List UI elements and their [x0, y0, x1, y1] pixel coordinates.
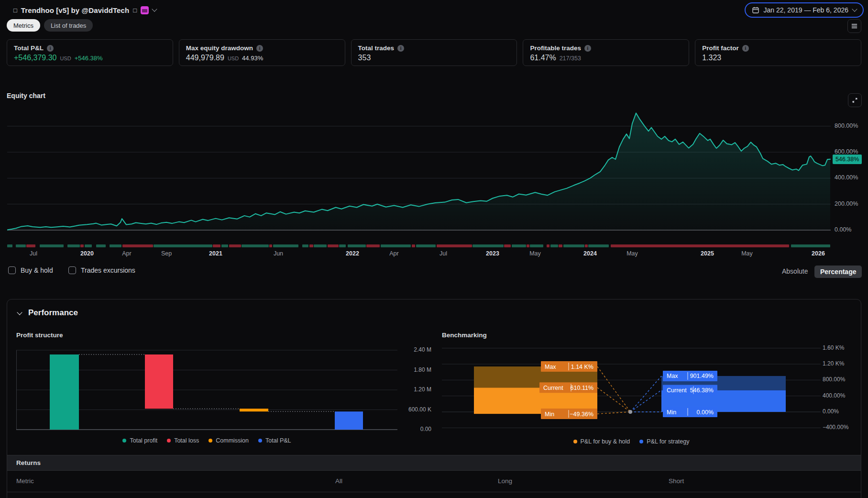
- trade-strip-segment: [381, 244, 411, 247]
- svg-text:1.14 K%: 1.14 K%: [571, 364, 593, 370]
- metric-label-text: Total P&L: [14, 44, 44, 52]
- info-icon[interactable]: [256, 45, 263, 52]
- benchmark-y-tick: −400.00%: [823, 424, 848, 431]
- returns-column-long[interactable]: Long: [498, 477, 512, 485]
- equity-line-chart[interactable]: [7, 100, 831, 231]
- svg-text:Current: Current: [667, 387, 687, 394]
- percentage-mode-button[interactable]: Percentage: [814, 266, 862, 278]
- metric-value-part: 1.323: [702, 54, 721, 62]
- equity-x-tick: Jul: [20, 250, 47, 257]
- info-icon[interactable]: [584, 45, 591, 52]
- performance-section-header[interactable]: Performance: [18, 308, 78, 318]
- view-tabs: Metrics List of trades: [7, 19, 93, 32]
- trade-strip-segment: [437, 244, 472, 247]
- metric-card-value: +546,379.30USD+546.38%: [14, 54, 166, 62]
- returns-section-header[interactable]: Returns: [7, 455, 861, 471]
- svg-text:610.11%: 610.11%: [571, 385, 593, 391]
- legend-item: P&L for buy & hold: [573, 438, 630, 445]
- metric-card-value: 61.47%217/353: [530, 54, 682, 62]
- equity-x-tick: 2025: [694, 250, 721, 257]
- info-icon[interactable]: [47, 45, 54, 52]
- metric-card-4: Profit factor1.323: [695, 39, 861, 66]
- performance-panel: Performance Profit structure Benchmarkin…: [7, 299, 861, 498]
- calendar-icon: [752, 6, 759, 14]
- metric-value-part: 44.93%: [242, 55, 263, 62]
- trade-strip-segment: [527, 244, 529, 247]
- trades-excursions-checkbox[interactable]: [68, 266, 76, 274]
- strategy-title-row: □ Trendhoo [v5] by @DaviddTech □: [13, 4, 156, 16]
- trade-strip-segment: [7, 244, 12, 247]
- trade-strip-segment: [16, 244, 26, 247]
- profit-structure-chart[interactable]: [16, 346, 397, 430]
- info-icon[interactable]: [397, 45, 404, 52]
- equity-x-tick: 2021: [202, 250, 229, 257]
- legend-label: Total profit: [130, 437, 157, 444]
- calendar-emoji-icon: [141, 6, 149, 14]
- tab-metrics[interactable]: Metrics: [7, 19, 40, 32]
- trade-strip-segment: [328, 244, 339, 247]
- metric-card-label: Profit factor: [702, 44, 854, 52]
- trades-excursions-toggle[interactable]: Trades excursions: [68, 266, 135, 274]
- trade-strip-segment: [550, 244, 558, 247]
- trade-strip-segment: [348, 244, 366, 247]
- svg-text:0.00%: 0.00%: [697, 409, 714, 416]
- app-root: □ Trendhoo [v5] by @DaviddTech □ Jan 22,…: [0, 0, 868, 498]
- metric-card-label: Max equity drawdown: [186, 44, 338, 52]
- performance-title: Performance: [28, 308, 78, 318]
- table-divider: [7, 492, 861, 492]
- equity-chart-title: Equity chart: [7, 92, 45, 100]
- trade-strip-segment: [472, 244, 503, 247]
- equity-y-tick: 600.00%: [835, 148, 858, 155]
- profit-structure-legend: Total profitTotal lossCommissionTotal P&…: [16, 437, 397, 444]
- metric-value-part: 449,979.89: [186, 54, 224, 62]
- trade-strip-segment: [530, 244, 543, 247]
- chevron-down-icon[interactable]: [152, 6, 157, 11]
- metric-card-label: Total P&L: [14, 44, 166, 52]
- metric-value-part: 61.47%: [530, 54, 556, 62]
- trade-strip-segment: [416, 244, 436, 247]
- metric-value-part: 217/353: [560, 55, 581, 62]
- benchmarking-chart[interactable]: Max1.14 K%Current610.11%Min−49.36%Max901…: [442, 344, 821, 434]
- svg-text:Max: Max: [545, 364, 556, 370]
- tab-list-of-trades[interactable]: List of trades: [44, 19, 93, 32]
- waterfall-bar-0: [50, 354, 79, 430]
- equity-x-tick: Jul: [430, 250, 457, 257]
- buy-hold-checkbox[interactable]: [8, 266, 16, 274]
- trade-strip-segment: [122, 244, 153, 247]
- trade-strip-segment: [85, 244, 92, 247]
- svg-text:546.38%: 546.38%: [690, 387, 714, 394]
- trade-strip-segment: [221, 244, 228, 247]
- buy-hold-toggle[interactable]: Buy & hold: [8, 266, 53, 274]
- trade-strip-segment: [309, 244, 313, 247]
- info-icon[interactable]: [742, 45, 749, 52]
- layout-settings-button[interactable]: [847, 19, 861, 33]
- waterfall-bar-1: [145, 354, 173, 409]
- benchmark-y-tick: 1.20 K%: [823, 360, 844, 367]
- trade-strip-segment: [273, 244, 298, 247]
- title-box-glyph-right: □: [133, 7, 137, 14]
- trade-strip-segment: [559, 244, 562, 247]
- profit-y-tick: 1.20 M: [393, 386, 431, 393]
- chevron-down-icon: [17, 310, 22, 315]
- legend-dot-icon: [167, 439, 171, 443]
- metric-label-text: Total trades: [358, 44, 395, 52]
- absolute-mode-button[interactable]: Absolute: [782, 267, 808, 275]
- metric-card-label: Profitable trades: [530, 44, 682, 52]
- trade-strip-segment: [67, 244, 80, 247]
- trade-strip-segment: [314, 244, 327, 247]
- date-range-button[interactable]: Jan 22, 2019 — Feb 6, 2026: [745, 2, 864, 18]
- legend-dot-icon: [573, 440, 577, 443]
- legend-label: Total loss: [174, 437, 199, 444]
- svg-text:901.49%: 901.49%: [690, 373, 714, 379]
- returns-column-metric[interactable]: Metric: [16, 477, 34, 485]
- legend-label: P&L for buy & hold: [581, 438, 630, 445]
- returns-column-short[interactable]: Short: [669, 477, 684, 485]
- benchmark-y-tick: 1.60 K%: [823, 344, 844, 351]
- equity-x-tick: 2023: [479, 250, 506, 257]
- trade-strip-segment: [504, 244, 511, 247]
- trade-strip-segment: [512, 244, 526, 247]
- trades-excursions-label: Trades excursions: [81, 266, 135, 274]
- returns-column-all[interactable]: All: [335, 477, 342, 485]
- title-box-glyph-left: □: [13, 7, 17, 14]
- legend-dot-icon: [258, 439, 262, 443]
